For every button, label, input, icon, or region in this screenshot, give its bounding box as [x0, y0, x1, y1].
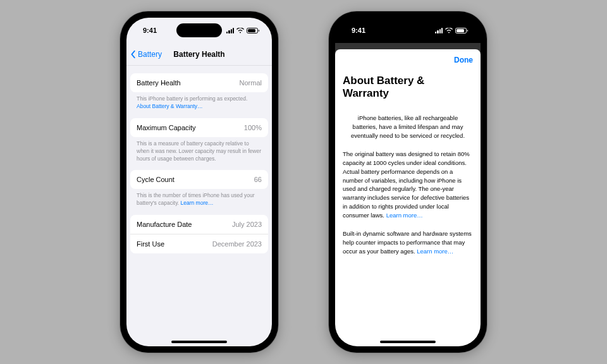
wifi-icon [236, 28, 244, 33]
row-label: Manufacture Date [137, 221, 192, 228]
battery-icon [247, 28, 258, 33]
learn-more-link-1[interactable]: Learn more… [386, 212, 423, 219]
wifi-icon [445, 28, 453, 33]
cycle-learn-more-link[interactable]: Learn more… [181, 200, 214, 206]
row-label: Battery Health [137, 79, 181, 87]
row-cycle-count[interactable]: Cycle Count 66 [130, 170, 268, 189]
footer-battery-health: This iPhone battery is performing as exp… [130, 92, 268, 111]
home-indicator [171, 341, 227, 343]
row-value: July 2023 [232, 221, 262, 228]
row-value: December 2023 [212, 240, 262, 248]
cellular-icon [226, 28, 234, 33]
cellular-icon [435, 28, 443, 33]
sheet-paragraph-2: Built-in dynamic software and hardware s… [343, 229, 473, 255]
about-battery-warranty-link[interactable]: About Battery & Warranty… [137, 103, 203, 109]
status-time: 9:41 [352, 27, 365, 34]
sheet-paragraph-1: The original battery was designed to ret… [343, 150, 473, 219]
chevron-left-icon [130, 50, 137, 59]
group-max-capacity: Maximum Capacity 100% [130, 118, 268, 137]
home-indicator [380, 341, 436, 343]
dynamic-island [385, 23, 431, 37]
row-label: Cycle Count [137, 176, 175, 183]
battery-icon [455, 28, 467, 33]
sheet-intro: iPhone batteries, like all rechargeable … [343, 114, 473, 140]
row-label: First Use [137, 240, 164, 248]
phone-about-sheet: 9:41 Done About Battery & Warranty iPhon… [329, 11, 487, 353]
back-label: Battery [138, 50, 162, 59]
sheet-title: About Battery & Warranty [343, 75, 473, 100]
done-button[interactable]: Done [454, 56, 473, 64]
group-cycle-count: Cycle Count 66 [130, 170, 268, 189]
learn-more-link-2[interactable]: Learn more… [417, 248, 453, 255]
row-value: 66 [254, 176, 262, 183]
row-first-use[interactable]: First Use December 2023 [130, 234, 268, 253]
row-value: 100% [244, 124, 262, 131]
status-time: 9:41 [143, 27, 157, 34]
nav-bar: Battery Battery Health [126, 43, 272, 66]
row-manufacture-date[interactable]: Manufacture Date July 2023 [130, 215, 268, 234]
back-button[interactable]: Battery [130, 43, 162, 65]
phone-battery-health: 9:41 Battery Battery Health Battery Heal… [120, 11, 278, 353]
row-max-capacity[interactable]: Maximum Capacity 100% [130, 118, 268, 137]
nav-title: Battery Health [173, 50, 224, 59]
dynamic-island [176, 23, 222, 37]
row-label: Maximum Capacity [137, 124, 196, 131]
footer-cycle-count: This is the number of times iPhone has u… [130, 189, 268, 207]
about-sheet: Done About Battery & Warranty iPhone bat… [335, 49, 481, 346]
group-battery-health: Battery Health Normal [130, 73, 268, 92]
row-value: Normal [240, 79, 262, 87]
row-battery-health[interactable]: Battery Health Normal [130, 73, 268, 92]
settings-content: Battery Health Normal This iPhone batter… [126, 66, 272, 346]
group-dates: Manufacture Date July 2023 First Use Dec… [130, 215, 268, 253]
footer-max-capacity: This is a measure of battery capacity re… [130, 137, 268, 163]
